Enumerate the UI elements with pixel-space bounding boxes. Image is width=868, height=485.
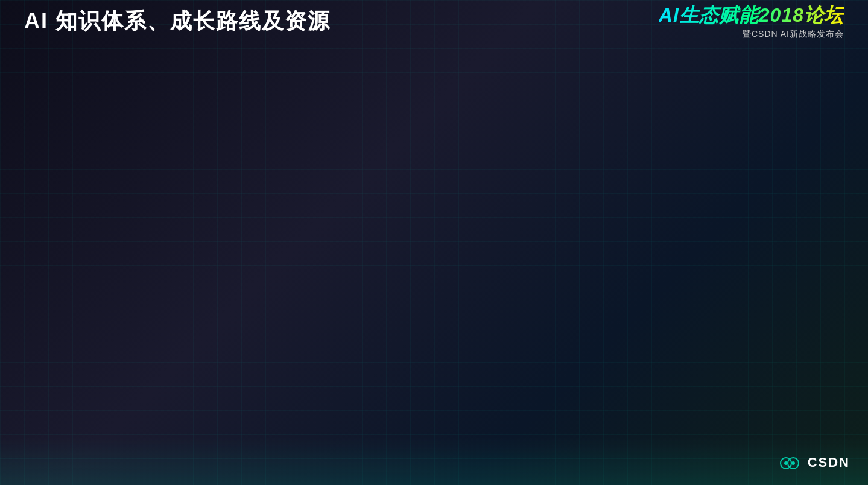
csdn-logo: CSDN [780,454,850,473]
svg-point-6 [784,461,788,465]
csdn-text: CSDN [808,455,850,470]
svg-point-7 [791,461,795,465]
logo-sub: 暨CSDN AI新战略发布会 [743,29,844,40]
page-title: AI 知识体系、成长路线及资源 [24,7,331,36]
logo-area: AI生态赋能2018论坛 暨CSDN AI新战略发布会 [659,2,844,40]
header: AI 知识体系、成长路线及资源 AI生态赋能2018论坛 暨CSDN AI新战略… [0,0,868,42]
logo-main: AI生态赋能2018论坛 [659,2,844,29]
bottom-decoration [0,437,868,485]
background [0,0,868,485]
